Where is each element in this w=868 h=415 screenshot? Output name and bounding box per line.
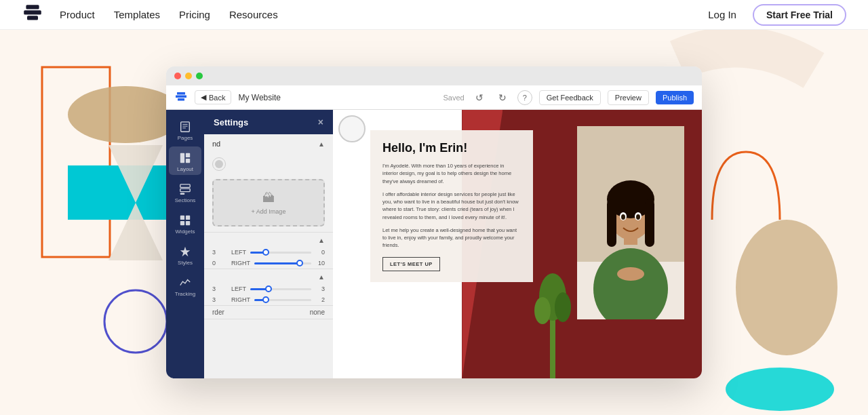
undo-icon[interactable]: ↺ (471, 90, 488, 106)
minimize-dot (185, 73, 192, 79)
close-dot (174, 73, 181, 79)
navbar: Product Templates Pricing Resources Log … (0, 0, 868, 30)
svg-rect-19 (180, 184, 190, 188)
sidebar-item-layout[interactable]: Layout (169, 146, 201, 175)
svg-rect-25 (186, 221, 190, 225)
site-name: My Website (238, 93, 280, 102)
main-content: ◀ Back My Website Saved ↺ ↻ ? Get Feedba… (0, 30, 868, 415)
settings-section-tracking: ▲ 3 LEFT 0 (204, 233, 333, 269)
svg-rect-21 (180, 193, 184, 195)
nav-right: Log In Start Free Trial (708, 4, 846, 26)
logo[interactable] (22, 3, 60, 27)
site-heading: Hello, I'm Erin! (382, 141, 521, 155)
slider-row-1: 3 LEFT 0 (204, 247, 333, 258)
settings-close-button[interactable]: × (318, 117, 323, 127)
svg-rect-1 (24, 10, 41, 14)
svg-rect-24 (180, 221, 184, 225)
svg-point-38 (617, 267, 644, 281)
tracking-header: ▲ (204, 233, 333, 247)
color-picker-dot[interactable] (212, 157, 226, 171)
browser-titlebar (166, 66, 702, 85)
back-button[interactable]: ◀ Back (195, 90, 231, 104)
image-icon: 🏔 (262, 191, 275, 205)
fullscreen-dot (196, 73, 203, 79)
site-cta-button[interactable]: LET'S MEET UP (382, 257, 440, 271)
svg-rect-23 (186, 216, 190, 220)
publish-button[interactable]: Publish (656, 91, 694, 104)
border-row: rder none (204, 306, 333, 319)
help-button[interactable]: ? (517, 90, 532, 105)
slider-3[interactable] (250, 288, 311, 290)
sidebar-item-widgets[interactable]: Widgets (169, 209, 201, 237)
svg-rect-0 (26, 5, 39, 9)
svg-rect-20 (180, 189, 190, 192)
svg-rect-9 (177, 92, 185, 95)
svg-point-36 (621, 214, 625, 220)
svg-rect-17 (186, 153, 190, 157)
slider-4[interactable] (254, 299, 311, 301)
site-paragraph-2: I offer affordable interior design servi… (382, 191, 521, 221)
settings-section-border: rder none (204, 306, 333, 319)
svg-rect-22 (180, 216, 184, 220)
editor-toolbar: ◀ Back My Website Saved ↺ ↻ ? Get Feedba… (166, 85, 702, 110)
settings-body: nd ▲ 🏔 + Add Image (204, 134, 333, 378)
add-image-button[interactable]: 🏔 + Add Image (212, 179, 325, 226)
editor-logo (174, 91, 188, 104)
nav-templates[interactable]: Templates (114, 9, 160, 20)
section-header-background[interactable]: nd ▲ (204, 134, 333, 153)
svg-rect-33 (645, 199, 654, 247)
svg-rect-32 (607, 199, 616, 247)
svg-point-41 (534, 297, 551, 324)
settings-section-2: ▲ 3 LEFT 3 (204, 269, 333, 306)
svg-point-42 (555, 292, 571, 322)
sidebar-item-sections[interactable]: Sections (169, 178, 201, 206)
login-button[interactable]: Log In (708, 9, 736, 20)
site-paragraph-3: Let me help you create a well-designed h… (382, 226, 521, 250)
circle-placeholder (338, 115, 366, 142)
svg-rect-12 (181, 122, 190, 132)
section2-header: ▲ (204, 269, 333, 283)
nav-pricing[interactable]: Pricing (179, 9, 210, 20)
sidebar-icons: Pages Layout Sections Widgets (166, 110, 204, 378)
slider-2[interactable] (254, 262, 311, 264)
browser-window: ◀ Back My Website Saved ↺ ↻ ? Get Feedba… (166, 66, 702, 378)
settings-section-background: nd ▲ 🏔 + Add Image (204, 134, 333, 233)
editor-body: Pages Layout Sections Widgets (166, 110, 702, 378)
nav-resources[interactable]: Resources (229, 9, 278, 20)
sidebar-item-tracking[interactable]: Tracking (169, 271, 201, 300)
sidebar-item-pages[interactable]: Pages (169, 115, 201, 144)
preview-canvas: Hello, I'm Erin! I'm Ayodelé. With more … (333, 110, 702, 378)
svg-rect-2 (27, 16, 38, 20)
back-chevron-icon: ◀ (201, 93, 206, 102)
slider-row-3: 3 LEFT 3 (204, 283, 333, 294)
site-text-panel: Hello, I'm Erin! I'm Ayodelé. With more … (370, 130, 533, 282)
svg-rect-18 (186, 159, 190, 163)
svg-point-37 (636, 214, 640, 220)
settings-header: Settings × (204, 110, 333, 134)
chevron-up-icon: ▲ (318, 140, 325, 148)
preview-button[interactable]: Preview (608, 90, 649, 105)
slider-row-2: 0 RIGHT 10 (204, 258, 333, 269)
chevron-up-icon-3: ▲ (318, 273, 325, 281)
settings-panel: Settings × nd ▲ (204, 110, 333, 378)
slider-1[interactable] (250, 252, 311, 254)
nav-product[interactable]: Product (60, 9, 95, 20)
site-paragraph-1: I'm Ayodelé. With more than 10 years of … (382, 162, 521, 185)
redo-icon[interactable]: ↻ (494, 90, 511, 106)
svg-rect-16 (180, 153, 184, 163)
chevron-up-icon-2: ▲ (318, 237, 325, 244)
saved-status: Saved (443, 94, 465, 102)
sidebar-item-styles[interactable]: Styles (169, 240, 201, 269)
svg-rect-11 (178, 98, 184, 101)
person-photo (577, 126, 684, 319)
slider-row-4: 3 RIGHT 2 (204, 294, 333, 305)
start-trial-button[interactable]: Start Free Trial (753, 4, 846, 26)
svg-rect-10 (176, 95, 186, 98)
feedback-button[interactable]: Get Feedback (539, 90, 601, 105)
plant-decoration (532, 256, 573, 378)
nav-links: Product Templates Pricing Resources (60, 9, 278, 21)
